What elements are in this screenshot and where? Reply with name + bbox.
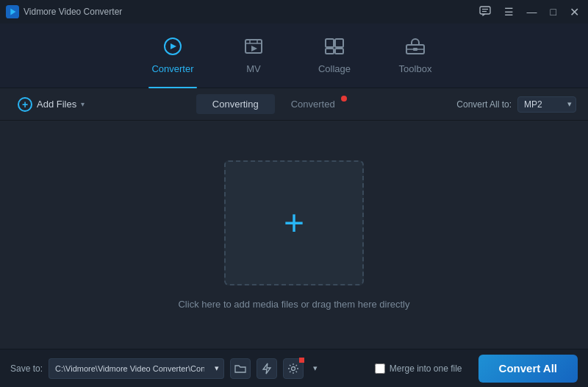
titlebar: Vidmore Video Converter ☰ — □ ✕ [0,0,588,24]
mv-icon [243,37,265,59]
close-icon[interactable]: ✕ [567,4,582,21]
tab-converter[interactable]: Converter [132,24,213,88]
svg-rect-15 [335,49,343,54]
svg-marker-11 [251,46,257,52]
add-files-label: Add Files [37,99,76,110]
converted-badge [341,96,347,102]
maximize-icon[interactable]: □ [548,4,559,19]
nav-tabs: Converter MV Collage [0,24,588,88]
bottombar: Save to: ▾ ▾ Merge into one file Convert… [0,349,588,387]
svg-marker-6 [171,43,176,49]
tab-toolbox[interactable]: Toolbox [375,24,456,88]
save-to-label: Save to: [10,363,43,374]
tab-mv[interactable]: MV [213,24,294,88]
plus-icon: + [284,205,304,241]
toolbar: + Add Files ▾ Converting Converted Conve… [0,88,588,121]
format-select-wrap: MP2 MP4 AVI MOV MKV MP3 AAC WMV [517,96,576,113]
menu-icon[interactable]: ☰ [501,4,517,19]
titlebar-left: Vidmore Video Converter [6,5,122,18]
toolbox-icon [404,37,426,59]
converted-label: Converted [291,99,335,110]
converting-tab[interactable]: Converting [196,94,275,114]
svg-rect-2 [480,7,490,14]
svg-rect-12 [326,39,334,47]
add-files-button[interactable]: + Add Files ▾ [12,94,90,115]
save-path-input[interactable] [49,358,210,379]
convert-all-button[interactable]: Convert All [478,355,578,383]
merge-checkbox[interactable] [375,363,385,374]
folder-icon-btn[interactable] [230,358,251,379]
chat-icon[interactable] [476,4,494,20]
add-files-dropdown-arrow[interactable]: ▾ [81,100,85,108]
svg-point-20 [292,366,295,370]
titlebar-controls: ☰ — □ ✕ [476,4,582,21]
svg-rect-7 [245,40,262,53]
app-icon [6,5,19,18]
converted-tab[interactable]: Converted [275,94,351,114]
merge-wrap: Merge into one file [375,363,462,374]
minimize-icon[interactable]: — [524,4,540,19]
app-title: Vidmore Video Converter [24,7,122,17]
svg-rect-14 [326,49,334,54]
svg-marker-19 [263,363,270,374]
svg-rect-13 [335,39,343,47]
flash-icon-btn[interactable] [257,358,277,379]
settings-dropdown-btn[interactable]: ▾ [309,358,321,379]
add-circle-icon: + [18,97,32,112]
save-path-dropdown[interactable]: ▾ [210,358,224,379]
settings-icon-btn[interactable] [283,358,304,379]
convert-all-area: Convert All to: MP2 MP4 AVI MOV MKV MP3 … [456,96,576,113]
tab-converter-label: Converter [151,63,193,74]
tab-toolbox-label: Toolbox [399,63,432,74]
drop-hint: Click here to add media files or drag th… [178,299,409,310]
main-content: + Click here to add media files or drag … [0,121,588,349]
merge-label: Merge into one file [390,363,462,374]
tab-mv-label: MV [246,63,261,74]
converting-label: Converting [212,99,259,110]
tab-collage-label: Collage [318,63,351,74]
drop-zone[interactable]: + [224,160,364,285]
convert-tabs-area: Converting Converted [90,94,456,114]
format-select[interactable]: MP2 MP4 AVI MOV MKV MP3 AAC WMV [517,96,576,113]
tab-collage[interactable]: Collage [294,24,375,88]
convert-all-to-label: Convert All to: [456,99,512,110]
svg-rect-18 [413,48,417,51]
save-path-wrap: ▾ [49,358,224,379]
collage-icon [323,37,345,59]
converter-icon [162,37,184,59]
